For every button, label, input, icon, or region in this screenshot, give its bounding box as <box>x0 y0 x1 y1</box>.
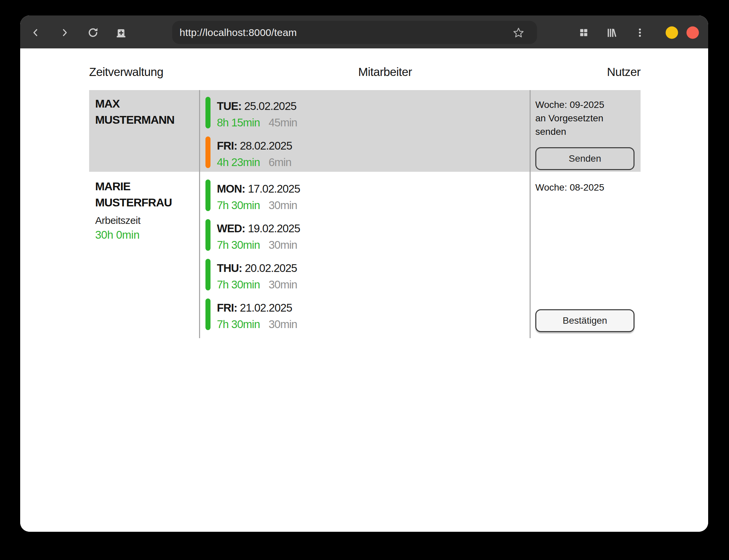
status-bar <box>205 219 210 251</box>
entry-date: 20.02.2025 <box>245 262 297 274</box>
time-entry: FRI: 28.02.2025 4h 23min6min <box>205 136 530 170</box>
entry-date: 25.02.2025 <box>244 100 296 112</box>
entry-times-line: 7h 30min30min <box>217 316 297 332</box>
nav-item-zeitverwaltung[interactable]: Zeitverwaltung <box>89 65 163 79</box>
page-content: Zeitverwaltung Mitarbeiter Nutzer MAX MU… <box>20 48 708 532</box>
entry-worked-time: 7h 30min <box>217 278 260 291</box>
entry-worked-time: 7h 30min <box>217 239 260 251</box>
employee-name-line: MAX <box>95 95 199 112</box>
entry-date-line: FRI: 21.02.2025 <box>217 299 297 316</box>
status-bar <box>205 136 210 168</box>
library-icon[interactable] <box>606 27 618 38</box>
time-entry: FRI: 21.02.2025 7h 30min30min <box>205 298 530 332</box>
entry-times-line: 7h 30min30min <box>217 276 297 293</box>
entry-times-line: 4h 23min6min <box>217 154 292 170</box>
screenshot-root: { "browser": { "url": "http://localhost:… <box>0 0 729 560</box>
entry-pause-time: 30min <box>269 318 297 330</box>
url-text[interactable]: http://localhost:8000/team <box>172 27 537 38</box>
main-nav: Zeitverwaltung Mitarbeiter Nutzer <box>89 65 641 79</box>
minimize-button[interactable] <box>666 27 678 39</box>
entry-date-line: FRI: 28.02.2025 <box>217 137 292 154</box>
employee-name-cell: MARIE MUSTERFRAU Arbeitszeit 30h 0min <box>89 173 199 338</box>
entry-worked-time: 7h 30min <box>217 318 260 330</box>
senden-button[interactable]: Senden <box>535 147 635 170</box>
browser-toolbar: http://localhost:8000/team <box>20 15 708 48</box>
entry-date: 21.02.2025 <box>240 302 292 314</box>
table-row: MAX MUSTERMANN TUE: 25.02.2025 8h 15min4… <box>89 90 641 172</box>
entry-pause-time: 6min <box>269 156 292 168</box>
week-action-cell: Woche: 08-2025 Bestätigen <box>531 173 641 338</box>
status-bar <box>205 179 210 211</box>
nav-item-nutzer[interactable]: Nutzer <box>607 65 641 79</box>
close-button[interactable] <box>687 27 699 39</box>
week-sublabel: an Vorgesetzten senden <box>535 112 618 138</box>
nav-item-mitarbeiter[interactable]: Mitarbeiter <box>358 65 412 79</box>
time-entry: MON: 17.02.2025 7h 30min30min <box>205 179 530 213</box>
worktime-value: 30h 0min <box>95 227 199 243</box>
entry-date: 28.02.2025 <box>240 139 292 152</box>
entry-pause-time: 30min <box>269 239 297 251</box>
week-label: Woche: 09-2025 <box>535 98 635 112</box>
employee-name-cell: MAX MUSTERMANN <box>89 90 199 176</box>
new-tab-icon[interactable] <box>115 27 127 38</box>
entry-day: WED: <box>217 222 245 235</box>
status-bar <box>205 259 210 290</box>
entry-pause-time: 45min <box>269 116 297 129</box>
entry-worked-time: 8h 15min <box>217 116 260 129</box>
back-icon[interactable] <box>31 28 41 38</box>
week-label: Woche: 08-2025 <box>535 181 635 194</box>
time-entries-cell: TUE: 25.02.2025 8h 15min45min FRI: 28.02… <box>199 90 531 176</box>
browser-window: http://localhost:8000/team Zeitverwaltun… <box>20 15 708 532</box>
worktime-label: Arbeitszeit <box>95 214 199 227</box>
forward-icon[interactable] <box>60 28 70 38</box>
reload-icon[interactable] <box>87 27 99 39</box>
entry-date: 17.02.2025 <box>248 183 300 195</box>
entry-pause-time: 30min <box>269 278 297 291</box>
time-entry: THU: 20.02.2025 7h 30min30min <box>205 259 530 293</box>
entry-date-line: THU: 20.02.2025 <box>217 260 297 276</box>
week-action-cell: Woche: 09-2025 an Vorgesetzten senden Se… <box>531 90 641 176</box>
entry-day: MON: <box>217 183 245 195</box>
time-entry: TUE: 25.02.2025 8h 15min45min <box>205 97 530 131</box>
entry-day: FRI: <box>217 139 237 152</box>
entry-day: THU: <box>217 262 242 274</box>
bestaetigen-button[interactable]: Bestätigen <box>535 309 635 332</box>
entry-date-line: WED: 19.02.2025 <box>217 220 300 237</box>
entry-times-line: 7h 30min30min <box>217 237 300 253</box>
employee-name-line: MUSTERFRAU <box>95 194 199 210</box>
entry-date-line: MON: 17.02.2025 <box>217 181 300 197</box>
entry-pause-time: 30min <box>269 199 297 211</box>
url-bar[interactable]: http://localhost:8000/team <box>172 21 537 44</box>
entry-times-line: 7h 30min30min <box>217 197 300 213</box>
entry-day: FRI: <box>217 302 237 314</box>
status-bar <box>205 298 210 330</box>
employee-name-line: MUSTERMANN <box>95 112 199 128</box>
entry-worked-time: 4h 23min <box>217 156 260 168</box>
entry-day: TUE: <box>217 100 241 112</box>
table-row: MARIE MUSTERFRAU Arbeitszeit 30h 0min MO… <box>89 173 641 329</box>
tab-overview-icon[interactable] <box>579 28 588 37</box>
time-entries-cell: MON: 17.02.2025 7h 30min30min WED: 19.02… <box>199 173 531 338</box>
time-entry: WED: 19.02.2025 7h 30min30min <box>205 219 530 253</box>
entry-times-line: 8h 15min45min <box>217 114 297 131</box>
entry-date-line: TUE: 25.02.2025 <box>217 98 297 114</box>
bookmark-star-icon[interactable] <box>513 27 524 38</box>
entry-date: 19.02.2025 <box>248 222 300 235</box>
menu-kebab-icon[interactable] <box>636 28 644 38</box>
employee-table: MAX MUSTERMANN TUE: 25.02.2025 8h 15min4… <box>89 90 641 329</box>
entry-worked-time: 7h 30min <box>217 199 260 211</box>
employee-name-line: MARIE <box>95 178 199 194</box>
status-bar <box>205 97 210 128</box>
